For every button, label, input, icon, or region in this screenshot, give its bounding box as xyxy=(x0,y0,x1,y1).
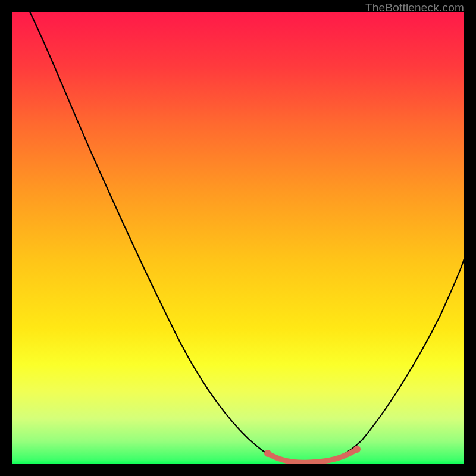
trough-dot-left xyxy=(264,450,271,457)
bottleneck-curve xyxy=(30,12,464,464)
trough-dot-right xyxy=(353,446,361,453)
chart-frame: TheBottleneck.com xyxy=(0,0,476,476)
plot-area xyxy=(12,12,464,464)
curve-layer xyxy=(12,12,464,464)
trough-highlight xyxy=(268,449,357,462)
watermark-text: TheBottleneck.com xyxy=(365,1,464,14)
